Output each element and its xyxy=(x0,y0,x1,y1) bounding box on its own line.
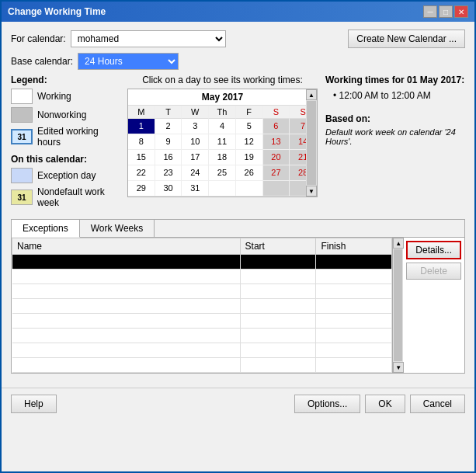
row2-finish xyxy=(316,270,392,284)
calendar-section: Click on a day to see its working times:… xyxy=(127,75,318,211)
scroll-up-arrow[interactable]: ▲ xyxy=(306,89,317,100)
table-row[interactable] xyxy=(12,358,392,373)
calendar-day-2[interactable]: 2 xyxy=(155,119,182,134)
options-button[interactable]: Options... xyxy=(294,395,360,413)
calendar-day-10[interactable]: 10 xyxy=(182,134,209,150)
col-name: Name xyxy=(12,238,241,255)
calendar-scrollbar[interactable]: ▲ ▼ xyxy=(306,89,317,197)
calendar-day-1[interactable]: 1 xyxy=(128,119,155,134)
main-section: Legend: Working Nonworking 31 Edited wor… xyxy=(11,75,465,211)
calendar-day-24[interactable]: 24 xyxy=(182,165,209,181)
legend-title: Legend: xyxy=(11,75,120,85)
row4-finish xyxy=(316,299,392,314)
tab-exceptions[interactable]: Exceptions xyxy=(12,219,80,238)
day-header-thu: Th xyxy=(209,106,236,119)
calendar-day-9[interactable]: 9 xyxy=(155,134,182,150)
calendar-day-empty1 xyxy=(209,181,236,197)
row1-name xyxy=(12,255,241,270)
table-scrollbar[interactable]: ▲ ▼ xyxy=(392,238,403,373)
ok-button[interactable]: OK xyxy=(365,395,405,413)
calendar-day-23[interactable]: 23 xyxy=(155,165,182,181)
legend-edited: 31 Edited working hours xyxy=(11,126,120,148)
calendar-day-11[interactable]: 11 xyxy=(209,134,236,150)
working-box xyxy=(11,89,33,104)
day-header-mon: M xyxy=(128,106,155,119)
day-header-sat: S xyxy=(263,106,290,119)
row5-start xyxy=(240,314,316,329)
row8-name xyxy=(12,358,241,373)
exception-day-box xyxy=(11,168,33,183)
calendar-day-25[interactable]: 25 xyxy=(209,165,236,181)
scroll-thumb[interactable] xyxy=(307,101,316,185)
calendar-day-29[interactable]: 29 xyxy=(128,181,155,197)
calendar-day-15[interactable]: 15 xyxy=(128,150,155,165)
delete-button[interactable]: Delete xyxy=(406,263,461,280)
table-row[interactable] xyxy=(12,255,392,270)
row7-start xyxy=(240,343,316,358)
row6-finish xyxy=(316,329,392,343)
tab-work-weeks[interactable]: Work Weeks xyxy=(80,219,155,237)
table-row[interactable] xyxy=(12,343,392,358)
calendar-day-6[interactable]: 6 xyxy=(263,119,290,134)
close-button[interactable]: ✕ xyxy=(454,5,468,18)
row8-start xyxy=(240,358,316,373)
calendar-select[interactable]: mohamed xyxy=(71,30,226,47)
title-bar-controls: ─ □ ✕ xyxy=(423,5,468,18)
calendar-day-5[interactable]: 5 xyxy=(236,119,263,134)
edited-box: 31 xyxy=(11,129,33,144)
calendar-day-20[interactable]: 20 xyxy=(263,150,290,165)
table-row[interactable] xyxy=(12,314,392,329)
calendar-day-26[interactable]: 26 xyxy=(236,165,263,181)
working-time-value: 12:00 AM to 12:00 AM xyxy=(339,90,431,101)
based-on-section: Based on: Default work week on calendar … xyxy=(325,113,465,146)
on-calendar-title: On this calendar: xyxy=(11,154,120,165)
table-row[interactable] xyxy=(12,284,392,299)
col-start: Start xyxy=(240,238,316,255)
calendar-day-22[interactable]: 22 xyxy=(128,165,155,181)
edited-label: Edited working hours xyxy=(37,126,120,148)
calendar-day-8[interactable]: 8 xyxy=(128,134,155,150)
base-calendar-select[interactable]: 24 Hours xyxy=(78,53,179,70)
details-button[interactable]: Details... xyxy=(406,241,461,259)
table-row[interactable] xyxy=(12,329,392,343)
calendar-hint: Click on a day to see its working times: xyxy=(127,75,318,85)
bottom-buttons: Help Options... OK Cancel xyxy=(2,388,474,419)
calendar-day-13[interactable]: 13 xyxy=(263,134,290,150)
calendar-day-12[interactable]: 12 xyxy=(236,134,263,150)
exceptions-table-wrapper: Name Start Finish xyxy=(12,238,392,373)
calendar-day-30[interactable]: 30 xyxy=(155,181,182,197)
calendar-day-27[interactable]: 27 xyxy=(263,165,290,181)
dialog-window: Change Working Time ─ □ ✕ For calendar: … xyxy=(0,0,476,473)
calendar-day-16[interactable]: 16 xyxy=(155,150,182,165)
bottom-right-buttons: Options... OK Cancel xyxy=(294,395,465,413)
calendar-day-3[interactable]: 3 xyxy=(182,119,209,134)
working-time-item: • 12:00 AM to 12:00 AM xyxy=(333,90,465,101)
row6-name xyxy=(12,329,241,343)
calendar-day-17[interactable]: 17 xyxy=(182,150,209,165)
nonworking-box xyxy=(11,107,33,123)
help-button[interactable]: Help xyxy=(11,395,57,413)
title-bar: Change Working Time ─ □ ✕ xyxy=(2,2,474,22)
create-new-calendar-button[interactable]: Create New Calendar ... xyxy=(348,30,465,48)
minimize-button[interactable]: ─ xyxy=(423,5,437,18)
scroll-down-arrow[interactable]: ▼ xyxy=(306,186,317,197)
table-header-row: Name Start Finish xyxy=(12,238,392,255)
calendar-day-empty3 xyxy=(263,181,290,197)
calendar-day-19[interactable]: 19 xyxy=(236,150,263,165)
day-header-wed: W xyxy=(182,106,209,119)
maximize-button[interactable]: □ xyxy=(439,5,453,18)
table-scroll-down[interactable]: ▼ xyxy=(393,362,404,373)
calendar-day-31[interactable]: 31 xyxy=(182,181,209,197)
table-row[interactable] xyxy=(12,299,392,314)
base-calendar-label: Base calendar: xyxy=(11,56,73,67)
legend-nondefault: 31 Nondefault work week xyxy=(11,186,120,208)
table-scroll-up[interactable]: ▲ xyxy=(393,238,404,249)
day-header-tue: T xyxy=(155,106,182,119)
table-scroll-thumb[interactable] xyxy=(394,249,402,361)
cancel-button[interactable]: Cancel xyxy=(410,395,465,413)
row2-start xyxy=(240,270,316,284)
calendar-day-4[interactable]: 4 xyxy=(209,119,236,134)
calendar-day-18[interactable]: 18 xyxy=(209,150,236,165)
based-on-text: Default work week on calendar '24 Hours'… xyxy=(325,127,465,146)
table-row[interactable] xyxy=(12,270,392,284)
